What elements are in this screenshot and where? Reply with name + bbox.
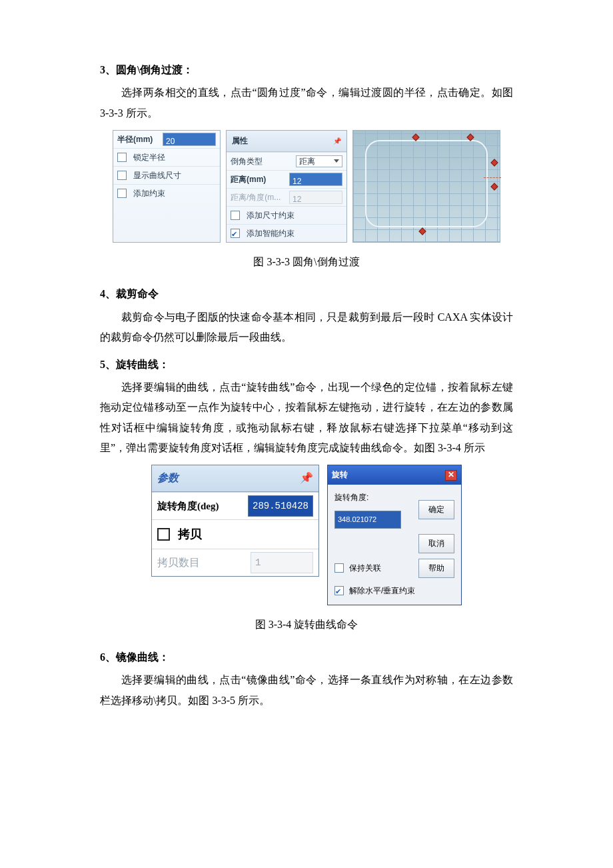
parameter-title: 参数 <box>157 468 179 488</box>
add-constraint-label: 添加约束 <box>133 186 165 201</box>
show-dim-label: 显示曲线尺寸 <box>133 168 181 183</box>
section6-paragraph: 选择要编辑的曲线，点击“镜像曲线”命令，选择一条直线作为对称轴，在左边参数栏选择… <box>100 670 513 711</box>
sketch-canvas[interactable] <box>352 130 500 243</box>
add-constraint-checkbox[interactable] <box>117 189 127 198</box>
dist-angle-label: 距离/角度(m... <box>231 190 285 205</box>
add-dim-constraint-checkbox[interactable] <box>231 211 240 220</box>
rotate-angle-label: 旋转角度(deg) <box>157 497 244 516</box>
parameter-panel: 参数 📌 旋转角度(deg) 289.510428 拷贝 拷贝数目 1 <box>151 465 319 577</box>
copy-label: 拷贝 <box>178 523 313 545</box>
rotate-dialog: 旋转 ✕ 旋转角度: 348.021072 确定 取消 保持关联 帮助 解除水平… <box>327 465 462 605</box>
cancel-button[interactable]: 取消 <box>418 534 454 553</box>
section3-paragraph: 选择两条相交的直线，点击“圆角过度”命令，编辑过渡圆的半径，点击确定。如图 3-… <box>100 83 513 123</box>
remove-hv-checkbox[interactable] <box>334 586 344 595</box>
radius-panel: 半径(mm) 20 锁定半径 显示曲线尺寸 添加约束 <box>113 130 221 243</box>
copy-count-label: 拷贝数目 <box>157 553 247 573</box>
distance-label: 距离(mm) <box>231 172 285 187</box>
remove-hv-label: 解除水平/垂直约束 <box>349 583 415 599</box>
section4-heading: 4、裁剪命令 <box>100 284 513 304</box>
section4-paragraph: 裁剪命令与电子图版的快速命令基本相同，只是裁剪到最后一段时 CAXA 实体设计的… <box>100 307 513 348</box>
edit-handle[interactable] <box>490 159 498 167</box>
chevron-down-icon <box>334 159 339 163</box>
chamfer-type-value: 距离 <box>299 154 315 169</box>
distance-input[interactable]: 12 <box>289 173 342 186</box>
keep-link-checkbox[interactable] <box>334 563 344 573</box>
section5-paragraph: 选择要编辑的曲线，点击“旋转曲线”命令，出现一个绿色的定位锚，按着鼠标左键拖动定… <box>100 377 513 459</box>
lock-radius-checkbox[interactable] <box>117 153 127 162</box>
add-smart-constraint-label: 添加智能约束 <box>247 226 295 241</box>
copy-count-value: 1 <box>251 552 313 574</box>
rotate-angle-label2: 旋转角度: <box>334 490 412 505</box>
figure-3-3-3-caption: 图 3-3-3 圆角\倒角过渡 <box>100 252 513 272</box>
edit-handle[interactable] <box>490 183 498 191</box>
ok-button[interactable]: 确定 <box>418 500 454 519</box>
radius-input[interactable]: 20 <box>163 133 216 146</box>
help-button[interactable]: 帮助 <box>418 559 454 578</box>
close-icon[interactable]: ✕ <box>445 470 457 481</box>
chamfer-type-label: 倒角类型 <box>231 154 292 169</box>
figure-3-3-3: 半径(mm) 20 锁定半径 显示曲线尺寸 添加约束 属性 📌 倒角类型 距离 <box>100 130 513 243</box>
add-smart-constraint-checkbox[interactable] <box>231 229 240 238</box>
lock-radius-label: 锁定半径 <box>133 150 165 165</box>
chamfer-type-combo[interactable]: 距离 <box>296 155 342 167</box>
attributes-title: 属性 <box>232 133 248 149</box>
rotate-angle-input2[interactable]: 348.021072 <box>334 511 401 529</box>
rotate-dialog-title: 旋转 <box>332 467 348 483</box>
show-dim-checkbox[interactable] <box>117 171 127 180</box>
figure-3-3-4-caption: 图 3-3-4 旋转曲线命令 <box>100 615 513 635</box>
copy-checkbox[interactable] <box>157 528 170 541</box>
radius-label: 半径(mm) <box>117 132 159 147</box>
add-dim-constraint-label: 添加尺寸约束 <box>247 208 295 223</box>
figure-3-3-4: 参数 📌 旋转角度(deg) 289.510428 拷贝 拷贝数目 1 旋转 ✕… <box>100 465 513 605</box>
pin-icon[interactable]: 📌 <box>333 135 341 147</box>
keep-link-label: 保持关联 <box>349 561 381 576</box>
rotate-angle-input[interactable]: 289.510428 <box>248 495 313 517</box>
section5-heading: 5、旋转曲线： <box>100 355 513 375</box>
pin-icon[interactable]: 📌 <box>300 468 313 488</box>
attributes-panel: 属性 📌 倒角类型 距离 距离(mm) 12 距离/角度(m... 12 添加尺… <box>226 130 347 243</box>
section6-heading: 6、镜像曲线： <box>100 647 513 667</box>
rounded-rectangle-shape <box>365 140 488 227</box>
edit-handle[interactable] <box>418 227 426 235</box>
dimension-line <box>484 177 501 178</box>
section3-heading: 3、圆角\倒角过渡： <box>100 60 513 80</box>
dist-angle-value: 12 <box>289 191 342 204</box>
